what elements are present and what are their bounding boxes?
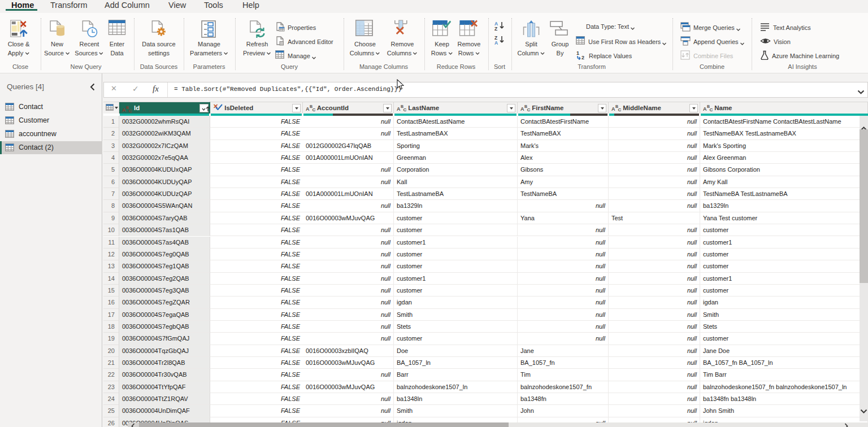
svg-text:2: 2 bbox=[581, 55, 584, 60]
svg-text:Z: Z bbox=[494, 26, 497, 31]
svg-text:1: 1 bbox=[576, 50, 579, 56]
svg-text:A: A bbox=[494, 40, 498, 45]
